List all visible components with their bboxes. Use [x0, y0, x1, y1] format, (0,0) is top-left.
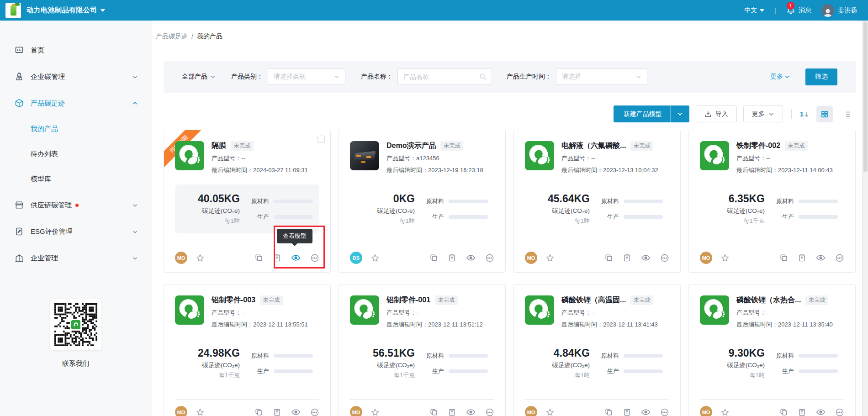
company-switcher[interactable]: 动力电池制品有限公司	[26, 6, 105, 15]
eye-icon[interactable]	[466, 407, 476, 416]
all-products-dropdown[interactable]: 全部产品	[182, 73, 216, 81]
copy-icon[interactable]	[779, 253, 788, 262]
copy-icon[interactable]	[604, 253, 613, 262]
edit-time-label: 最后编辑时间：	[212, 321, 253, 328]
sidebar-item-my-products[interactable]: 我的产品	[0, 116, 152, 142]
favorite-star-icon[interactable]	[196, 408, 205, 416]
sidebar-item-enterprise-mgmt[interactable]: 企业管理	[0, 245, 152, 271]
more-circle-icon[interactable]	[485, 408, 494, 416]
footprint-unit: 每1吨	[531, 217, 590, 225]
scrollbar-thumb[interactable]	[863, 21, 868, 172]
caret-down-icon	[101, 9, 105, 12]
main-content: 产品碳足迹 / 我的产品 全部产品 产品类别： 请选择类别 产品名称：	[152, 21, 868, 416]
product-card[interactable]: 磷酸铁锂（高温固... 未完成 产品型号：-- 最后编辑时间：2023-12-1…	[513, 284, 681, 416]
more-actions-button[interactable]: 更多	[743, 105, 783, 122]
product-image	[350, 141, 379, 170]
sidebar-item-enterprise-carbon[interactable]: 企业碳管理	[0, 63, 152, 90]
more-filters-link[interactable]: 更多	[770, 73, 790, 81]
eye-icon[interactable]	[816, 253, 826, 263]
breadcrumb-parent[interactable]: 产品碳足迹	[156, 32, 188, 41]
eye-icon[interactable]	[641, 253, 651, 263]
card-checkbox[interactable]	[318, 136, 325, 143]
favorite-star-icon[interactable]	[370, 253, 380, 263]
owner-avatar: MO	[350, 406, 362, 416]
sidebar-item-home[interactable]: 首页	[0, 37, 152, 63]
copy-icon[interactable]	[429, 408, 438, 416]
category-select[interactable]: 请选择类别	[268, 68, 345, 85]
more-circle-icon[interactable]	[310, 408, 319, 416]
new-model-dropdown-toggle[interactable]	[670, 105, 689, 122]
search-icon[interactable]	[479, 73, 487, 80]
footprint-logo-icon	[175, 141, 204, 170]
edit-time-label: 最后编辑时间：	[561, 167, 603, 174]
product-card[interactable]: 铝制零件-003 未完成 产品型号：-- 最后编辑时间：2023-12-11 1…	[164, 284, 331, 416]
page-scrollbar[interactable]	[862, 21, 868, 416]
more-circle-icon[interactable]	[310, 253, 319, 263]
more-circle-icon[interactable]	[485, 253, 494, 263]
footprint-label: 碳足迹(CO₂e)	[706, 207, 765, 215]
product-card[interactable]: 磷酸铁锂（水热合... 未完成 产品型号：-- 最后编辑时间：2023-12-1…	[688, 284, 856, 416]
sidebar-item-todo-list[interactable]: 待办列表	[0, 142, 152, 167]
language-label: 中文	[744, 6, 757, 15]
eye-icon[interactable]	[291, 407, 301, 416]
messages-button[interactable]: 1 消息	[786, 6, 811, 15]
language-selector[interactable]: 中文	[744, 6, 764, 15]
filter-button[interactable]: 筛选	[805, 68, 837, 85]
sort-icon[interactable]: 1	[800, 110, 810, 118]
favorite-star-icon[interactable]	[370, 408, 380, 416]
copy-icon[interactable]	[604, 408, 613, 416]
eye-icon[interactable]	[291, 253, 301, 263]
copy-icon[interactable]	[779, 408, 788, 416]
production-label: 生产	[248, 213, 269, 221]
production-time-select[interactable]: 请选择	[556, 68, 647, 85]
copy-icon[interactable]	[429, 253, 438, 262]
owner-avatar: MO	[525, 252, 537, 264]
product-card[interactable]: 铝制零件-001 未完成 产品型号：-- 最后编辑时间：2023-12-11 1…	[339, 284, 506, 416]
sidebar-item-product-footprint[interactable]: 产品碳足迹	[0, 90, 152, 116]
new-product-model-button[interactable]: 新建产品模型	[614, 105, 689, 122]
sidebar-item-supply-chain[interactable]: 供应链碳管理	[0, 192, 152, 218]
eye-icon[interactable]	[466, 253, 476, 263]
clipboard-icon[interactable]	[448, 253, 456, 262]
sidebar-item-label: 我的产品	[31, 125, 58, 133]
sidebar-item-model-library[interactable]: 模型库	[0, 167, 152, 192]
raw-material-bar	[624, 354, 663, 358]
grid-view-button[interactable]	[816, 106, 833, 122]
favorite-star-icon[interactable]	[196, 253, 205, 263]
clipboard-icon[interactable]	[798, 253, 806, 262]
eye-icon[interactable]	[816, 407, 826, 416]
clipboard-icon[interactable]	[623, 408, 631, 416]
raw-material-bar	[274, 200, 313, 203]
clipboard-icon[interactable]	[623, 253, 631, 262]
sidebar-item-esg[interactable]: ESG评价管理	[0, 218, 152, 245]
favorite-star-icon[interactable]	[545, 408, 555, 416]
eye-icon[interactable]	[641, 407, 651, 416]
list-view-button[interactable]	[839, 106, 856, 122]
favorite-star-icon[interactable]	[720, 408, 730, 416]
favorite-star-icon[interactable]	[545, 253, 555, 263]
user-menu[interactable]: 姜洪扬	[821, 4, 857, 17]
product-image	[175, 141, 204, 170]
more-circle-icon[interactable]	[660, 408, 669, 416]
card-footer: MO	[175, 245, 319, 264]
product-card[interactable]: 即将到期 隔膜 未完成 产品型号：-- 最后编辑时间：2024-03-27 11…	[164, 130, 331, 273]
clipboard-icon[interactable]	[273, 408, 281, 416]
owner-avatar: MO	[700, 252, 712, 264]
product-card[interactable]: Demo演示产品 未完成 产品型号：a123456 最后编辑时间：2023-12…	[339, 130, 506, 273]
clipboard-icon[interactable]	[273, 253, 281, 262]
more-circle-icon[interactable]	[660, 253, 669, 263]
product-name-input[interactable]	[397, 68, 491, 85]
favorite-star-icon[interactable]	[720, 253, 730, 263]
raw-material-label: 原材料	[773, 197, 794, 205]
more-circle-icon[interactable]	[835, 408, 844, 416]
clipboard-icon[interactable]	[798, 408, 806, 416]
product-card[interactable]: 铁制零件-002 未完成 产品型号：-- 最后编辑时间：2023-12-11 1…	[688, 130, 856, 273]
import-button[interactable]: 导入	[696, 105, 737, 122]
copy-icon[interactable]	[254, 253, 263, 262]
more-circle-icon[interactable]	[835, 253, 844, 263]
copy-icon[interactable]	[254, 408, 263, 416]
clipboard-icon[interactable]	[448, 408, 456, 416]
company-name: 动力电池制品有限公司	[26, 6, 97, 15]
product-card[interactable]: 电解液（六氟磷酸... 未完成 产品型号：-- 最后编辑时间：2023-12-1…	[513, 130, 681, 273]
model-label: 产品型号：	[212, 309, 241, 316]
